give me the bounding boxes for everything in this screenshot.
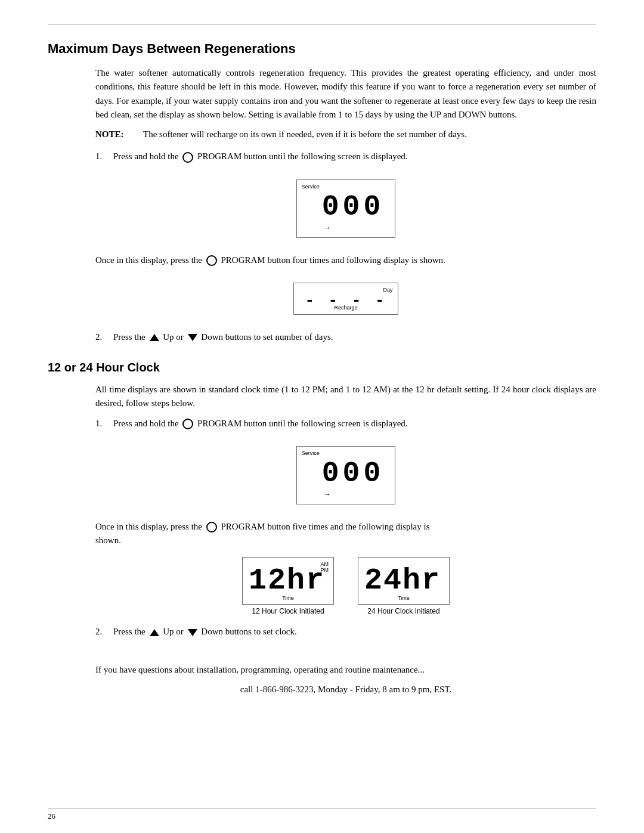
once-text-2: Once in this display, press the PROGRAM … <box>95 520 596 548</box>
display-digits-1: 000 <box>322 191 384 223</box>
once-after-2: PROGRAM button five times and the follow… <box>221 522 430 531</box>
max-days-content: The water softener automatically control… <box>95 66 596 344</box>
ampm-label: AMPM <box>321 561 329 573</box>
program-button-icon-2 <box>182 419 193 429</box>
display3-center: Service 000 → <box>95 436 596 514</box>
or-text-1: or <box>176 332 185 342</box>
clock-24-digits: 24hr <box>364 563 441 597</box>
display-service-000-2: Service 000 → <box>296 446 395 504</box>
clock-body: All time displays are shown in standard … <box>95 383 596 411</box>
display-service-label-1: Service <box>302 184 320 190</box>
display-service-000-1: Service 000 → <box>296 179 395 238</box>
or-text-2: or <box>176 627 185 636</box>
down-arrow-icon-2 <box>188 629 197 636</box>
clock-step-1-content: Press and hold the PROGRAM button until … <box>113 417 596 431</box>
clock-step-2-text-after: Down buttons to set clock. <box>201 627 296 636</box>
step-2-max-days: 2. Press the Up or Down buttons to set n… <box>95 330 596 344</box>
step-2-clock: 2. Press the Up or Down buttons to set c… <box>95 625 596 639</box>
step-1-max-days: 1. Press and hold the PROGRAM button unt… <box>95 150 596 163</box>
note-text: The softener will recharge on its own if… <box>143 128 596 141</box>
program-icon-once-2 <box>206 522 217 532</box>
up-label-1: Up <box>163 332 174 342</box>
clock-24-box: 24hr Time <box>358 557 450 605</box>
section-heading-max-days: Maximum Days Between Regenerations <box>48 41 596 57</box>
clock-12-caption: 12 Hour Clock Initiated <box>252 607 324 615</box>
up-arrow-icon-1 <box>150 334 159 341</box>
footer-line1: If you have questions about installation… <box>95 663 596 677</box>
step-1-clock: 1. Press and hold the PROGRAM button unt… <box>95 417 596 431</box>
footer-text: If you have questions about installation… <box>95 663 596 697</box>
clock-step-2-content: Press the Up or Down buttons to set cloc… <box>113 625 596 639</box>
clock-step-2-text-before: Press the <box>113 627 145 636</box>
up-arrow-icon-2 <box>150 629 159 636</box>
step-1-button-label: PROGRAM <box>197 151 242 161</box>
step-1-content: Press and hold the PROGRAM button until … <box>113 150 596 163</box>
program-icon-once-1 <box>206 255 217 266</box>
once-after-2b: shown. <box>95 535 121 545</box>
display1-center: Service 000 → <box>95 170 596 247</box>
clock-step-1-button-label: PROGRAM <box>197 419 242 428</box>
once-text-1: Once in this display, press the PROGRAM … <box>95 253 596 267</box>
bottom-rule <box>48 809 596 809</box>
clock-content: All time displays are shown in standard … <box>95 383 596 696</box>
once-before-2: Once in this display, press the <box>95 522 202 531</box>
step-1-text-before: Press and hold the <box>113 151 179 161</box>
note-label: NOTE: <box>95 128 137 141</box>
clock-step-1-text-before: Press and hold the <box>113 419 179 428</box>
section-heading-clock: 12 or 24 Hour Clock <box>48 361 596 374</box>
step-2-text-after: Down buttons to set number of days. <box>201 332 333 342</box>
max-days-body: The water softener automatically control… <box>95 66 596 122</box>
clock-12-col: AMPM 12hr Time 12 Hour Clock Initiated <box>242 557 334 615</box>
step-2-content: Press the Up or Down buttons to set numb… <box>113 330 596 344</box>
clock-24-caption: 24 Hour Clock Initiated <box>367 607 439 615</box>
top-rule <box>48 24 596 24</box>
once-after-1: PROGRAM button four times and following … <box>221 255 445 265</box>
clock-12-digits: 12hr <box>249 563 325 597</box>
up-label-2: Up <box>163 627 174 636</box>
note-row: NOTE: The softener will recharge on its … <box>95 128 596 141</box>
display-service-label-2: Service <box>302 450 320 456</box>
clock-24-col: 24hr Time 24 Hour Clock Initiated <box>358 557 450 615</box>
clock-step-1-text-after: button until the following screen is dis… <box>244 419 408 428</box>
page-number: 26 <box>48 812 55 821</box>
clock-12-box: AMPM 12hr Time <box>242 557 334 605</box>
display-digits-2: 000 <box>322 457 384 490</box>
day-label: Day <box>383 287 393 293</box>
display-arrow-1: → <box>323 223 384 233</box>
display-recharge: Day - - - - Recharge <box>293 283 398 315</box>
display-arrow-2: → <box>323 490 384 499</box>
down-arrow-icon-1 <box>188 334 197 341</box>
clock-step-num-2: 2. <box>95 625 113 639</box>
recharge-label: Recharge <box>334 305 357 311</box>
clock-displays: AMPM 12hr Time 12 Hour Clock Initiated 2… <box>95 557 596 615</box>
clock-step-num-1: 1. <box>95 417 113 431</box>
step-num-2: 2. <box>95 330 113 344</box>
footer-line2: call 1-866-986-3223, Monday - Friday, 8 … <box>95 683 596 696</box>
step-1-text-after: button until the following screen is dis… <box>244 151 408 161</box>
clock-12-time-label: Time <box>282 595 294 601</box>
page: Maximum Days Between Regenerations The w… <box>0 0 644 833</box>
display2-center: Day - - - - Recharge <box>95 273 596 324</box>
clock-24-time-label: Time <box>398 595 410 601</box>
hour-clock-section: 12 or 24 Hour Clock All time displays ar… <box>48 361 596 696</box>
step-2-text-before: Press the <box>113 332 145 342</box>
once-before-1: Once in this display, press the <box>95 255 202 265</box>
program-button-icon-1 <box>182 152 193 163</box>
step-num-1: 1. <box>95 150 113 163</box>
